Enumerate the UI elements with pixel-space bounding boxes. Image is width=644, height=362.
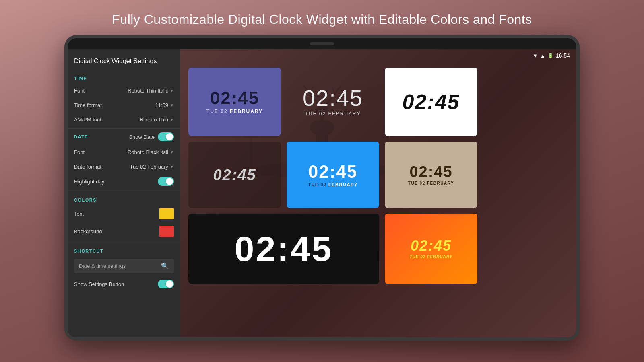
clock-date-month-5: FEBRUARY [328, 182, 358, 187]
clock-date-8: TUE 02 FEBRUARY [409, 255, 452, 259]
font-setting-row: Font Roboto Thin Italic ▼ [68, 83, 180, 98]
time-format-dropdown-arrow[interactable]: ▼ [170, 103, 174, 107]
clock-date-1: TUE 02 FEBRUARY [206, 109, 263, 114]
clock-time-5: 02:45 [308, 163, 358, 181]
clock-date-6: TUE 02 FEBRUARY [408, 181, 454, 185]
show-settings-toggle[interactable] [158, 280, 174, 288]
tablet-camera [310, 42, 334, 45]
signal-icon: ▲ [540, 53, 545, 59]
divider-3 [68, 242, 180, 242]
clock-time-7: 02:45 [234, 231, 333, 267]
highlight-day-label: Highlight day [74, 179, 104, 185]
settings-panel[interactable]: Digital Clock Widget Settings TIME Font … [68, 49, 180, 337]
date-format-arrow[interactable]: ▼ [170, 165, 174, 169]
shortcut-search-bar[interactable]: Date & time settings 🔍 [74, 259, 174, 273]
clock-widget-tan[interactable]: 02:45 TUE 02 FEBRUARY [385, 142, 477, 208]
show-settings-row: Show Settings Button [68, 276, 180, 292]
clock-time-1: 02:45 [210, 89, 260, 107]
settings-panel-title: Digital Clock Widget Settings [68, 49, 180, 71]
date-section-row: DATE Show Date [68, 130, 180, 145]
date-font-value[interactable]: Roboto Black Itali ▼ [128, 149, 174, 155]
colors-section-label: COLORS [68, 193, 180, 205]
divider-2 [68, 191, 180, 191]
tablet-top-bar [68, 38, 576, 49]
clock-date-day-5: TUE 02 [308, 182, 328, 187]
clock-time-4: 02:45 [213, 167, 256, 183]
bg-color-row: Background [68, 222, 180, 240]
highlight-day-toggle[interactable] [158, 177, 174, 186]
font-label: Font [74, 88, 85, 94]
clock-widget-dark[interactable]: 02:45 [188, 142, 281, 208]
clock-date-2: TUE 02 FEBRUARY [305, 111, 361, 117]
clock-time-3: 02:45 [402, 91, 460, 112]
date-format-label: Date format [74, 164, 101, 170]
divider-1 [68, 128, 180, 129]
show-date-toggle[interactable] [158, 132, 174, 141]
page-headline: Fully Customizable Digital Clock Widget … [112, 12, 532, 27]
clock-date-day-1: TUE 02 [206, 109, 230, 114]
status-icons: ▼ ▲ 🔋 16:54 [533, 52, 570, 59]
clock-time-2: 02:45 [303, 87, 363, 109]
text-color-label: Text [74, 211, 84, 217]
text-color-swatch[interactable] [159, 208, 174, 219]
clock-widget-blue[interactable]: 02:45 TUE 02 FEBRUARY [287, 142, 379, 208]
text-color-row: Text [68, 205, 180, 222]
clock-grid: 02:45 TUE 02 FEBRUARY 02:45 TUE 02 FEBRU… [184, 64, 572, 333]
time-format-label: Time format [74, 102, 102, 108]
date-font-row: Font Roboto Black Itali ▼ [68, 145, 180, 159]
wifi-icon: ▼ [533, 53, 538, 59]
ampm-dropdown-arrow[interactable]: ▼ [170, 117, 174, 122]
clock-date-5: TUE 02 FEBRUARY [308, 182, 358, 187]
bg-color-swatch[interactable] [159, 226, 174, 237]
show-date-group: Show Date [129, 132, 174, 141]
show-date-label: Show Date [129, 134, 155, 140]
time-format-row: Time format 11:59 ▼ [68, 98, 180, 112]
date-format-value[interactable]: Tue 02 February ▼ [130, 164, 174, 170]
tablet-screen: ▼ ▲ 🔋 16:54 Digital Clock Widget Setting… [68, 49, 576, 337]
clock-time-6: 02:45 [409, 164, 452, 179]
date-section-label: DATE [74, 134, 88, 139]
clock-time-8: 02:45 [411, 239, 452, 253]
tablet-frame: ▼ ▲ 🔋 16:54 Digital Clock Widget Setting… [64, 35, 580, 341]
ampm-font-value[interactable]: Roboto Thin ▼ [140, 117, 174, 123]
shortcut-search-text: Date & time settings [79, 263, 158, 269]
search-icon[interactable]: 🔍 [161, 262, 169, 270]
date-format-row: Date format Tue 02 February ▼ [68, 159, 180, 174]
ampm-font-row: AM/PM font Roboto Thin ▼ [68, 112, 180, 127]
font-dropdown-arrow[interactable]: ▼ [170, 88, 174, 93]
time-format-value[interactable]: 11:59 ▼ [155, 102, 174, 108]
font-value[interactable]: Roboto Thin Italic ▼ [128, 88, 174, 94]
status-time: 16:54 [556, 52, 570, 59]
battery-icon: 🔋 [548, 53, 553, 58]
ampm-font-label: AM/PM font [74, 117, 101, 123]
highlight-day-row: Highlight day [68, 174, 180, 189]
clock-date-month-1: FEBRUARY [230, 109, 263, 114]
clock-widget-orange[interactable]: 02:45 TUE 02 FEBRUARY [385, 214, 477, 284]
show-settings-label: Show Settings Button [74, 281, 124, 287]
date-font-arrow[interactable]: ▼ [170, 150, 174, 154]
clock-widget-white[interactable]: 02:45 [385, 68, 477, 136]
clock-widget-black-large[interactable]: 02:45 [188, 214, 379, 284]
time-section-label: TIME [68, 71, 180, 83]
clock-widget-transparent[interactable]: 02:45 TUE 02 FEBRUARY [287, 68, 379, 136]
shortcut-section-label: SHORTCUT [68, 244, 180, 256]
clock-widget-purple[interactable]: 02:45 TUE 02 FEBRUARY [188, 68, 281, 136]
bg-color-label: Background [74, 228, 102, 234]
date-font-label: Font [74, 149, 85, 155]
